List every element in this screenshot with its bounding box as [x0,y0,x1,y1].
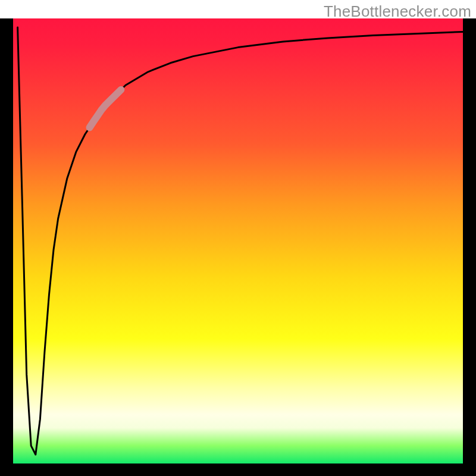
plot-area [13,18,463,464]
curve-layer [13,18,463,464]
curve-highlight-segment [90,90,121,128]
bottleneck-curve [18,27,463,455]
plot-outer-border [0,18,476,476]
chart-frame: TheBottlenecker.com [0,0,476,476]
